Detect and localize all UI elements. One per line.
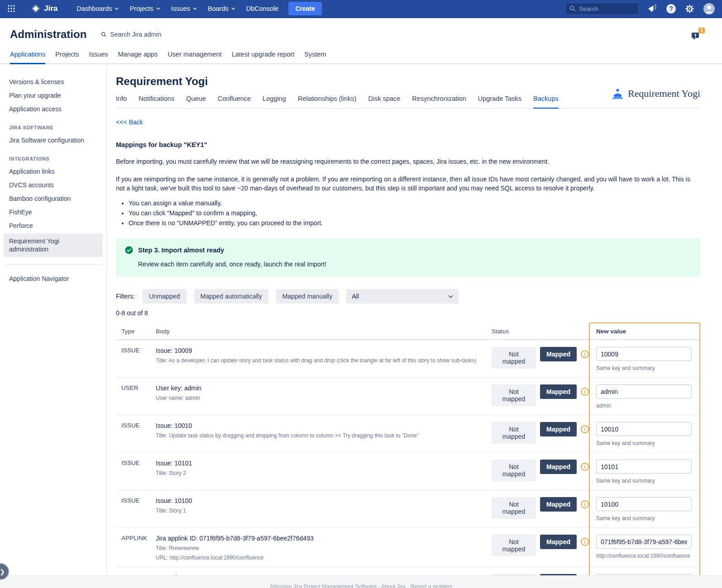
nav-menu-dbconsole[interactable]: DbConsole bbox=[241, 0, 284, 18]
admin-tab-user-management[interactable]: User management bbox=[167, 51, 221, 63]
global-search-input[interactable] bbox=[579, 5, 629, 12]
filter-unmapped-button[interactable]: Unmapped bbox=[143, 289, 186, 303]
tab-disk-space[interactable]: Disk space bbox=[368, 95, 400, 108]
admin-header: Administration Search Jira admin 1 Appli… bbox=[0, 18, 722, 64]
help-icon[interactable]: ? bbox=[666, 4, 676, 14]
sidebar-item-application-navigator[interactable]: Application Navigator bbox=[0, 272, 106, 285]
tab-logging[interactable]: Logging bbox=[263, 95, 286, 108]
sidebar-item-requirement-yogi-administration[interactable]: Requirement Yogi administration bbox=[4, 233, 103, 257]
settings-gear-icon[interactable] bbox=[685, 4, 694, 14]
announcements-icon[interactable] bbox=[648, 4, 657, 13]
admin-tab-latest-upgrade-report[interactable]: Latest upgrade report bbox=[232, 51, 295, 63]
nav-menu-issues[interactable]: Issues bbox=[166, 0, 202, 18]
nav-menu-dashboards[interactable]: Dashboards bbox=[71, 0, 124, 18]
nav-menu-boards[interactable]: Boards bbox=[202, 0, 241, 18]
tab-relationships[interactable]: Relationships (links) bbox=[298, 95, 357, 108]
admin-tab-system[interactable]: System bbox=[304, 51, 326, 63]
row-body-sub: Title: Story 2 bbox=[156, 470, 483, 476]
success-check-icon bbox=[125, 246, 133, 254]
tab-upgrade-tasks[interactable]: Upgrade Tasks bbox=[478, 95, 521, 108]
row-type: ISSUE bbox=[116, 460, 156, 484]
admin-search-label: Search Jira admin bbox=[110, 31, 161, 38]
info-icon[interactable]: i bbox=[581, 463, 589, 471]
app-switcher-icon[interactable] bbox=[7, 5, 15, 13]
feedback-bubble-icon[interactable]: 1 bbox=[691, 31, 701, 42]
row-type: APPLINK bbox=[116, 535, 156, 561]
info-icon[interactable]: i bbox=[581, 425, 589, 433]
row-type: ISSUE bbox=[116, 497, 156, 522]
sidebar-item-application-access[interactable]: Application access bbox=[0, 102, 106, 116]
info-icon[interactable]: i bbox=[581, 350, 589, 358]
row-body-main: Issue: 10100 bbox=[156, 497, 483, 504]
table-row: ISSUE Issue: 10100 Title: Story 1 Not ma… bbox=[116, 490, 700, 528]
sidebar-item-fisheye[interactable]: FishEye bbox=[0, 205, 106, 219]
mapped-button[interactable]: Mapped bbox=[540, 535, 577, 549]
sidebar-item-perforce[interactable]: Perforce bbox=[0, 219, 106, 232]
new-value-input[interactable] bbox=[596, 347, 692, 361]
tab-notifications[interactable]: Notifications bbox=[139, 95, 174, 108]
sidebar-item-versions-licenses[interactable]: Versions & licenses bbox=[0, 75, 106, 89]
filter-mapped-automatically-button[interactable]: Mapped automatically bbox=[194, 289, 268, 303]
top-navigation: Jira Dashboards Projects Issues Boards D… bbox=[0, 0, 722, 18]
mapped-button[interactable]: Mapped bbox=[540, 347, 577, 361]
new-value-input[interactable] bbox=[596, 384, 692, 398]
mapped-button[interactable]: Mapped bbox=[540, 384, 577, 399]
tab-backups[interactable]: Backups bbox=[533, 95, 559, 109]
type-filter-value: All bbox=[352, 293, 359, 300]
filters-row: Filters: Unmapped Mapped automatically M… bbox=[116, 289, 700, 303]
not-mapped-button[interactable]: Not mapped bbox=[492, 535, 536, 556]
admin-tab-applications[interactable]: Applications bbox=[10, 51, 45, 64]
admin-tab-issues[interactable]: Issues bbox=[89, 51, 108, 63]
row-body-main: Jira applink ID: 071f6f95-b7d8-3f79-a597… bbox=[156, 535, 483, 542]
info-icon[interactable]: i bbox=[581, 388, 589, 396]
tab-confluence[interactable]: Confluence bbox=[218, 95, 251, 108]
mapped-button[interactable]: Mapped bbox=[540, 422, 577, 436]
new-value-input[interactable] bbox=[596, 460, 692, 474]
main-content: Requirement Yogi Requirement Yogi Info N… bbox=[107, 64, 722, 575]
type-filter-select[interactable]: All bbox=[346, 289, 459, 303]
table-row: ISSUE Issue: 10101 Title: Story 2 Not ma… bbox=[116, 453, 700, 490]
user-avatar[interactable] bbox=[703, 3, 715, 14]
table-row: USER User key: admin User name: admin No… bbox=[116, 378, 700, 415]
info-icon[interactable]: i bbox=[581, 500, 589, 508]
tab-info[interactable]: Info bbox=[116, 95, 127, 108]
new-value-input[interactable] bbox=[596, 497, 692, 511]
row-body-main: Issue: 10009 bbox=[156, 347, 483, 354]
tab-queue[interactable]: Queue bbox=[186, 95, 206, 108]
not-mapped-button[interactable]: Not mapped bbox=[492, 422, 536, 444]
new-value-helper: Same key and summary bbox=[596, 478, 700, 484]
new-value-input[interactable] bbox=[596, 422, 692, 436]
back-link[interactable]: <<< Back bbox=[116, 119, 143, 126]
new-value-helper: Same key and summary bbox=[596, 515, 700, 522]
admin-tab-projects[interactable]: Projects bbox=[55, 51, 79, 63]
jira-logo[interactable]: Jira bbox=[31, 4, 57, 14]
filter-mapped-manually-button[interactable]: Mapped manually bbox=[276, 289, 339, 303]
intro-paragraph-1: Before importing, you must carefully rev… bbox=[116, 157, 700, 166]
mapped-button[interactable]: Mapped bbox=[540, 460, 577, 474]
mapped-button[interactable]: Mapped bbox=[540, 497, 577, 512]
row-body-sub: Title: Rrewrewrew bbox=[156, 545, 483, 551]
info-icon[interactable]: i bbox=[581, 538, 589, 546]
tab-resynchronization[interactable]: Resynchronization bbox=[412, 95, 466, 108]
admin-tab-manage-apps[interactable]: Manage apps bbox=[118, 51, 158, 63]
sidebar-item-bamboo-configuration[interactable]: Bamboo configuration bbox=[0, 192, 106, 205]
admin-search[interactable]: Search Jira admin bbox=[101, 31, 161, 38]
sidebar-item-plan-your-upgrade[interactable]: Plan your upgrade bbox=[0, 89, 106, 102]
not-mapped-button[interactable]: Not mapped bbox=[492, 460, 536, 481]
create-button[interactable]: Create bbox=[288, 2, 322, 15]
chevron-down-icon bbox=[156, 7, 160, 10]
global-search[interactable] bbox=[565, 3, 639, 15]
row-body-sub: Title: Update task status by dragging an… bbox=[156, 432, 483, 439]
nav-menu-projects[interactable]: Projects bbox=[124, 0, 165, 18]
new-value-input[interactable] bbox=[596, 535, 692, 549]
sidebar-item-application-links[interactable]: Application links bbox=[0, 165, 106, 178]
sidebar-section-integrations: INTEGRATIONS bbox=[0, 147, 106, 165]
instruction-item: You can click "Mapped" to confirm a mapp… bbox=[129, 209, 700, 217]
not-mapped-button[interactable]: Not mapped bbox=[492, 347, 536, 369]
not-mapped-button[interactable]: Not mapped bbox=[492, 497, 536, 519]
sidebar-item-dvcs-accounts[interactable]: DVCS accounts bbox=[0, 178, 106, 192]
not-mapped-button[interactable]: Not mapped bbox=[492, 384, 536, 406]
chevron-down-icon bbox=[448, 295, 453, 298]
sidebar-item-jira-software-configuration[interactable]: Jira Software configuration bbox=[0, 133, 106, 147]
admin-tab-bar: Applications Projects Issues Manage apps… bbox=[0, 51, 722, 64]
